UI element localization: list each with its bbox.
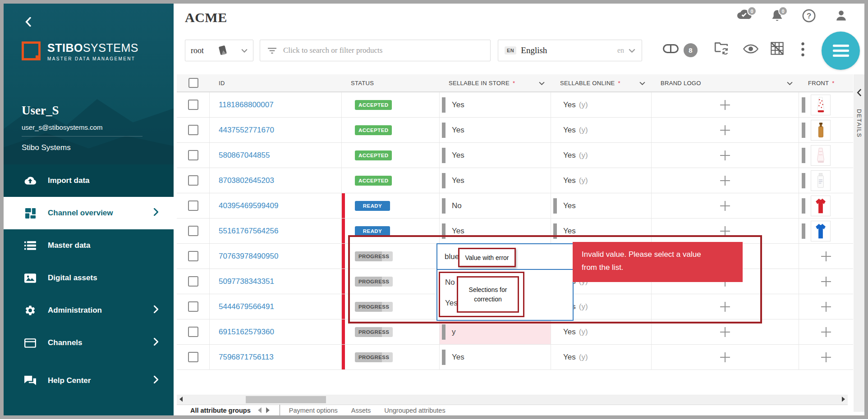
column-header-id[interactable]: ID [210, 74, 342, 91]
profile-button[interactable] [835, 9, 848, 24]
column-header-sellable-in-store[interactable]: SELLABLE IN STORE* [440, 74, 551, 91]
product-id-link[interactable]: 7596871756113 [210, 353, 274, 362]
row-checkbox[interactable] [188, 226, 198, 236]
more-options-button[interactable] [801, 42, 804, 58]
column-header-brand-logo[interactable]: BRAND LOGO [652, 74, 799, 91]
front-image-cell[interactable] [799, 219, 853, 243]
notifications-button[interactable]: 0 [771, 9, 783, 24]
product-id-link[interactable]: 40395469599409 [210, 201, 278, 210]
scroll-right-icon[interactable] [842, 396, 845, 402]
sidebar-item-channel-overview[interactable]: Channel overview [4, 197, 174, 229]
tab-all-attribute-groups[interactable]: All attribute groups [190, 407, 251, 414]
row-checkbox[interactable] [188, 200, 198, 211]
product-id-link[interactable]: 8703802645203 [210, 176, 274, 185]
row-checkbox[interactable] [188, 100, 198, 110]
horizontal-scrollbar[interactable] [177, 395, 848, 405]
preview-button[interactable] [743, 44, 758, 55]
details-expand-icon[interactable] [857, 89, 862, 96]
product-id-link[interactable]: 6915162579360 [210, 328, 274, 337]
column-header-sellable-online[interactable]: SELLABLE ONLINE* [551, 74, 652, 91]
row-checkbox[interactable] [188, 251, 198, 261]
sidebar-item-master-data[interactable]: Master data [4, 229, 174, 262]
status-badge: READY [355, 226, 390, 236]
column-header-status[interactable]: STATUS [342, 74, 440, 91]
row-checkbox[interactable] [188, 150, 198, 160]
language-selector[interactable]: EN English en [498, 40, 642, 61]
front-image-cell[interactable] [799, 294, 853, 319]
brand-logo-cell[interactable] [652, 168, 799, 193]
sellable-in-store-cell[interactable]: Yes [440, 168, 551, 193]
front-image-cell[interactable] [799, 345, 853, 369]
row-checkbox[interactable] [188, 125, 198, 135]
tab-scroll-left-icon[interactable] [258, 407, 262, 413]
tab-ungrouped-attributes[interactable]: Ungrouped attributes [384, 407, 445, 414]
main-menu-fab[interactable] [822, 32, 860, 70]
column-header-front[interactable]: FRONT* [799, 74, 853, 91]
product-id-link[interactable]: 70763978490950 [210, 252, 278, 261]
scrollbar-thumb[interactable] [246, 396, 326, 403]
sellable-in-store-cell[interactable]: Yes [440, 118, 551, 142]
product-id-link[interactable]: 4437552771670 [210, 126, 274, 135]
sellable-in-store-cell[interactable]: Yes [440, 92, 551, 117]
product-thumbnail[interactable] [811, 221, 831, 241]
sellable-online-cell[interactable]: Yes [551, 193, 652, 218]
product-id-link[interactable]: 1181868800007 [210, 100, 274, 109]
compare-count-badge[interactable]: 8 [684, 43, 698, 57]
front-image-cell[interactable] [799, 193, 853, 218]
product-id-link[interactable]: 580867044855 [210, 151, 270, 160]
search-input[interactable]: Click to search or filter products [260, 40, 491, 61]
sidebar-item-help-center[interactable]: Help Center [4, 366, 174, 396]
product-id-link[interactable]: 5097738343351 [210, 277, 274, 286]
front-image-cell[interactable] [799, 92, 853, 117]
tab-payment-options[interactable]: Payment options [289, 407, 338, 414]
sellable-in-store-cell[interactable]: Yes [440, 345, 551, 369]
sellable-online-cell[interactable]: Yes(y) [551, 345, 652, 369]
brand-logo-cell[interactable] [652, 345, 799, 369]
sidebar-item-import-data[interactable]: Import data [4, 164, 174, 197]
sellable-in-store-cell[interactable]: Yes [440, 143, 551, 168]
sellable-online-cell[interactable]: Yes(y) [551, 143, 652, 168]
sellable-online-cell[interactable]: Yes(y) [551, 168, 652, 193]
menu-chevron-right [154, 338, 158, 346]
product-thumbnail[interactable] [811, 145, 831, 166]
product-id-link[interactable]: 5444679566491 [210, 302, 274, 311]
sidebar-item-administration[interactable]: Administration [4, 294, 174, 327]
front-image-cell[interactable] [799, 118, 853, 142]
tab-assets[interactable]: Assets [351, 407, 371, 414]
product-thumbnail[interactable] [811, 196, 831, 216]
brand-logo-cell[interactable] [652, 193, 799, 218]
row-checkbox[interactable] [188, 175, 198, 186]
sidebar-item-digital-assets[interactable]: Digital assets [4, 262, 174, 294]
row-checkbox[interactable] [188, 276, 198, 287]
sellable-in-store-cell[interactable]: No [440, 193, 551, 218]
brand-logo-cell[interactable] [652, 118, 799, 142]
front-image-cell[interactable] [799, 319, 853, 344]
brand-logo-cell[interactable] [652, 143, 799, 168]
front-image-cell[interactable] [799, 168, 853, 193]
folder-sync-button[interactable] [714, 41, 728, 56]
product-thumbnail[interactable] [811, 170, 831, 191]
sellable-online-cell[interactable]: Yes(y) [551, 92, 652, 117]
tab-scroll-right-icon[interactable] [266, 407, 270, 413]
row-checkbox[interactable] [188, 352, 198, 362]
select-all-checkbox[interactable] [188, 78, 198, 88]
sidebar-collapse-icon[interactable] [25, 17, 31, 27]
front-image-cell[interactable] [799, 269, 853, 294]
compare-toggle-button[interactable] [663, 44, 679, 55]
row-checkbox[interactable] [188, 301, 198, 312]
product-thumbnail[interactable] [811, 95, 831, 115]
product-thumbnail[interactable] [811, 120, 831, 141]
sellable-online-cell[interactable]: Yes(y) [551, 118, 652, 142]
sidebar-item-channels[interactable]: Channels [4, 327, 174, 359]
details-panel-rail[interactable]: DETAILS [854, 74, 864, 412]
front-image-cell[interactable] [799, 244, 853, 269]
row-checkbox[interactable] [188, 327, 198, 337]
front-image-cell[interactable] [799, 143, 853, 168]
table-view-toggle-button[interactable] [770, 41, 784, 57]
background-processes-button[interactable]: 0 [736, 9, 752, 22]
scroll-left-icon[interactable] [179, 396, 183, 402]
help-button[interactable]: ? [802, 9, 816, 24]
brand-logo-cell[interactable] [652, 92, 799, 117]
root-node-selector[interactable]: root [185, 40, 253, 61]
product-id-link[interactable]: 55161767564256 [210, 227, 278, 236]
